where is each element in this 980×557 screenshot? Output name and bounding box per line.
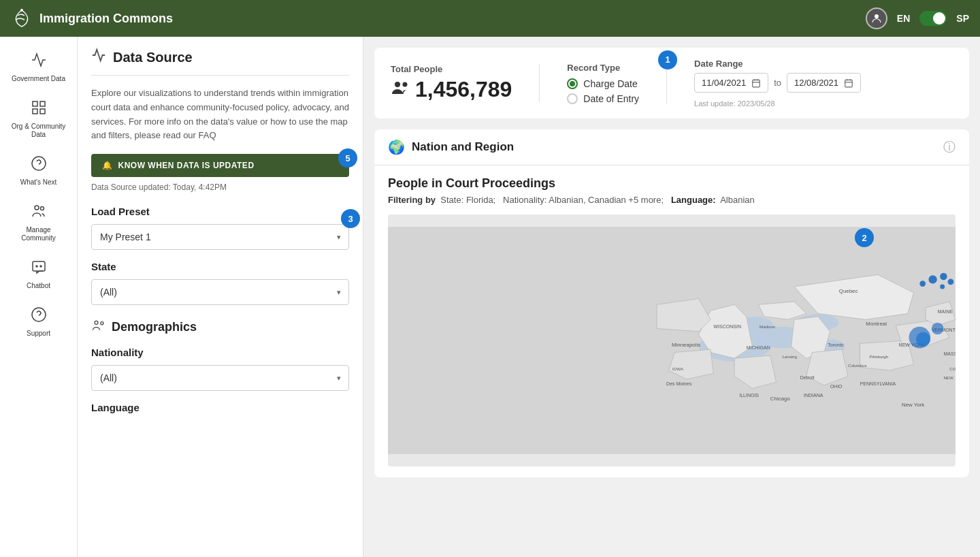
svg-rect-4 [33, 109, 37, 114]
sidebar-item-manage-community[interactable]: Manage Community [5, 196, 73, 249]
main-content: Total People 1,456,789 Record Type Charg… [363, 37, 980, 557]
svg-point-17 [395, 82, 400, 87]
svg-point-1 [875, 14, 879, 18]
sidebar-item-whats-next[interactable]: What's Next [5, 148, 73, 193]
svg-text:Des Moines: Des Moines [666, 381, 692, 386]
sidebar-item-org-community[interactable]: Org & Community Data [5, 93, 73, 146]
panel-header: Data Source [91, 48, 349, 76]
date-to-value: 12/08/2021 [794, 78, 838, 88]
svg-rect-2 [33, 101, 37, 106]
toggle-knob [933, 12, 945, 25]
svg-rect-5 [40, 109, 45, 114]
filtering-by-label: Filtering by [388, 195, 436, 205]
map-info-icon[interactable]: ⓘ [943, 139, 956, 155]
map-section: 🌍 Nation and Region ⓘ People in Court Pr… [374, 129, 969, 477]
map-content: People in Court Proceedings Filtering by… [374, 165, 969, 477]
sidebar-item-government-data[interactable]: Government Data [5, 45, 73, 90]
svg-point-9 [40, 207, 44, 210]
svg-point-65 [916, 332, 930, 347]
svg-text:Columbus: Columbus [848, 364, 867, 368]
demographics-icon [91, 319, 105, 336]
svg-point-0 [20, 9, 23, 12]
user-avatar[interactable] [866, 7, 887, 29]
state-select[interactable]: (All) Florida [91, 279, 349, 305]
svg-text:PENNSYLVANIA: PENNSYLVANIA [860, 381, 896, 386]
record-type-radio-group: Charge Date Date of Entry [567, 78, 639, 104]
demographics-title: Demographics [112, 320, 197, 334]
tour-badge-5: 5 [338, 148, 357, 168]
svg-text:Pittsburgh: Pittsburgh [870, 354, 889, 359]
svg-rect-19 [753, 80, 760, 87]
notify-btn-label: KNOW WHEN DATA IS UPDATED [118, 161, 255, 170]
svg-point-16 [101, 322, 103, 325]
date-from-input[interactable]: 11/04/2021 [694, 73, 768, 93]
svg-text:MAINE: MAINE [938, 309, 953, 314]
filter-language-value: Albanian [720, 195, 755, 205]
charge-date-radio[interactable]: Charge Date [567, 78, 639, 89]
svg-point-66 [932, 323, 944, 335]
total-people-section: Total People 1,456,789 [391, 64, 540, 102]
date-range-section: Date Range 11/04/2021 to 12/08/2021 Last… [694, 59, 861, 108]
record-type-section: Record Type Charge Date Date of Entry 1 [567, 63, 667, 104]
svg-point-6 [32, 157, 46, 170]
language-toggle[interactable] [919, 11, 947, 26]
svg-point-12 [40, 266, 42, 267]
nationality-select[interactable]: (All) Albanian [91, 365, 349, 391]
globe-icon: 🌍 [388, 139, 405, 155]
svg-rect-10 [33, 261, 45, 271]
preset-select[interactable]: My Preset 1 My Preset 2 [91, 224, 349, 250]
filter-language-label: Language: [671, 195, 716, 205]
layout: Government Data Org & Community Data Wha… [0, 0, 980, 557]
app-logo[interactable]: Immigration Commons [11, 7, 173, 29]
date-of-entry-radio[interactable]: Date of Entry [567, 93, 639, 104]
sidebar-item-support[interactable]: Support [5, 300, 73, 345]
svg-point-62 [940, 273, 947, 281]
update-text: Data Source updated: Today, 4:42PM [91, 182, 349, 192]
date-from-value: 11/04/2021 [702, 78, 746, 88]
sidebar-label-org-community: Org & Community Data [10, 123, 67, 139]
left-sidebar: Government Data Org & Community Data Wha… [0, 37, 78, 557]
panel-header-icon [91, 48, 106, 67]
stats-bar: Total People 1,456,789 Record Type Charg… [374, 48, 969, 118]
svg-text:IOWA: IOWA [672, 366, 684, 371]
sidebar-label-manage-community: Manage Community [10, 226, 67, 242]
svg-text:Minneapolis: Minneapolis [672, 342, 700, 348]
state-label: State [91, 261, 349, 272]
svg-point-63 [948, 279, 954, 285]
map-chart-title: People in Court Proceedings [388, 176, 956, 191]
demographics-header: Demographics [91, 316, 349, 336]
chatbot-icon [31, 259, 47, 279]
filter-state-value: State: Florida; [440, 195, 495, 205]
date-to-input[interactable]: 12/08/2021 [787, 73, 861, 93]
svg-text:INDIANA: INDIANA [804, 393, 823, 398]
svg-rect-23 [845, 80, 853, 87]
org-community-icon [31, 99, 47, 120]
map-header: 🌍 Nation and Region ⓘ [374, 129, 969, 165]
panel-sidebar: Data Source Explore our visualizations t… [78, 37, 363, 557]
language-filter-label: Language [91, 402, 349, 413]
svg-text:Lansing: Lansing [782, 354, 797, 359]
svg-text:NEW: NEW [943, 375, 953, 380]
notify-button[interactable]: 🔔 KNOW WHEN DATA IS UPDATED [91, 154, 349, 177]
charge-date-label: Charge Date [583, 78, 637, 89]
svg-point-60 [928, 275, 936, 283]
nationality-select-wrapper: (All) Albanian ▾ [91, 365, 349, 391]
total-people-value-wrapper: 1,456,789 [391, 77, 512, 102]
svg-text:ILLINOIS: ILLINOIS [739, 393, 759, 398]
language-label[interactable]: EN [897, 13, 910, 24]
preset-select-wrapper: My Preset 1 My Preset 2 ▾ [91, 224, 349, 250]
last-update-text: Last update: 2023/05/28 [694, 99, 861, 108]
svg-text:MASSACHUSETTS: MASSACHUSETTS [943, 351, 956, 356]
svg-text:Montreal: Montreal [866, 321, 887, 327]
date-of-entry-radio-circle [567, 93, 578, 104]
tour-badge-1: 1 [658, 50, 677, 69]
panel-description: Explore our visualizations to understand… [91, 86, 349, 143]
sidebar-item-chatbot[interactable]: Chatbot [5, 252, 73, 297]
app-title: Immigration Commons [39, 12, 173, 26]
nationality-label: Nationality [91, 347, 349, 358]
logo-icon [11, 7, 33, 29]
svg-text:Detroit: Detroit [800, 375, 815, 380]
svg-point-8 [35, 206, 39, 210]
svg-text:Quebec: Quebec [839, 288, 858, 294]
svg-text:OHIO: OHIO [830, 384, 843, 389]
